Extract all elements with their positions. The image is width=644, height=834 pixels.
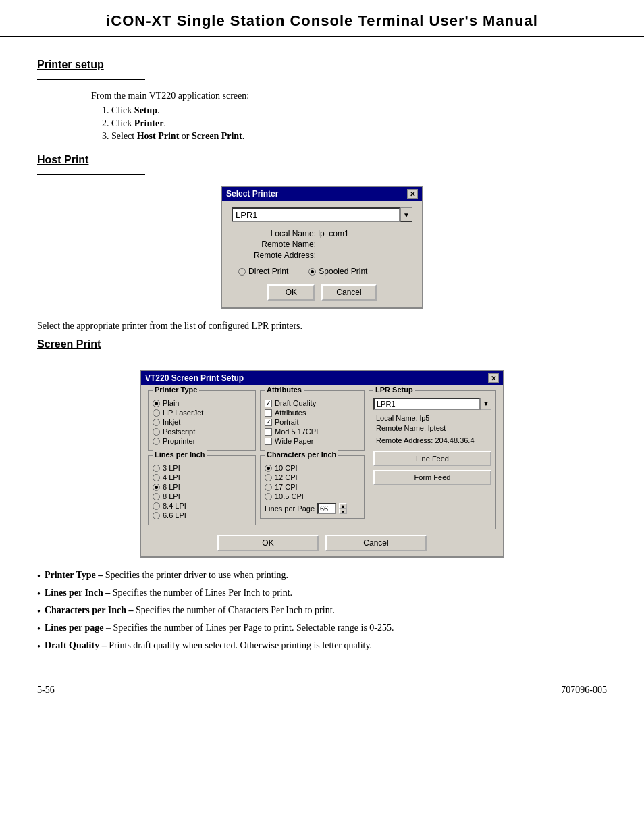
bullet-item-cpi: • Characters per Inch – Specifies the nu… xyxy=(37,605,607,617)
lpi-6[interactable]: 6 LPI xyxy=(153,483,251,491)
select-printer-buttons: OK Cancel xyxy=(232,284,412,301)
printer-dropdown-arrow[interactable]: ▼ xyxy=(400,207,412,222)
cpi-12[interactable]: 12 CPI xyxy=(265,473,360,481)
printer-type-proprinter[interactable]: Proprinter xyxy=(153,437,251,445)
bullet-bold-printer-type: Printer Type – xyxy=(45,570,103,580)
lpr-dropdown[interactable]: LPR1 xyxy=(373,398,481,410)
printer-type-hp[interactable]: HP LaserJet xyxy=(153,409,251,417)
cpi-group: Characters per Inch 10 CPI 12 CPI xyxy=(260,455,365,519)
lpr-dropdown-arrow[interactable]: ▼ xyxy=(481,398,491,410)
bullet-bold-cpi: Characters per Inch – xyxy=(45,605,134,615)
setup-step-1-bold: Setup xyxy=(134,105,157,115)
lpr-remote-address: Remote Address: 204.48.36.4 xyxy=(373,436,491,444)
printer-setup-heading: Printer setup xyxy=(37,59,607,71)
lpi-4[interactable]: 4 LPI xyxy=(153,473,251,481)
setup-step-3: Select Host Print or Screen Print. xyxy=(111,131,607,142)
screen-print-close-button[interactable]: ✕ xyxy=(488,373,499,383)
cpi-10-5[interactable]: 10.5 CPI xyxy=(265,492,360,500)
bullet-item-lpp: • Lines per page – Specifies the number … xyxy=(37,623,607,635)
spooled-print-label: Spooled Print xyxy=(319,267,367,276)
lpi-8[interactable]: 8 LPI xyxy=(153,492,251,500)
sp-mid-column: Attributes ✓ Draft Quality Attributes xyxy=(260,390,365,529)
bullet-text-printer-type: Printer Type – Specifies the printer dri… xyxy=(45,570,607,581)
host-print-divider xyxy=(37,174,145,175)
printer-setup-divider xyxy=(37,79,145,80)
select-printer-ok-button[interactable]: OK xyxy=(267,284,315,301)
printer-type-plain[interactable]: Plain xyxy=(153,399,251,407)
portrait-checkbox: ✓ xyxy=(265,419,272,426)
printer-dropdown-row: LPR1 ▼ xyxy=(232,207,412,222)
page-header: iCON-XT Single Station Console Terminal … xyxy=(0,0,644,38)
cpi-12-radio xyxy=(265,474,272,481)
page-footer: 5-56 707096-005 xyxy=(0,678,644,702)
attr-portrait[interactable]: ✓ Portrait xyxy=(265,418,360,426)
spooled-print-radio-circle xyxy=(308,268,316,276)
sp-right-column: LPR Setup LPR1 ▼ Local Name: lp5 Remote … xyxy=(369,390,496,529)
lpi-8-4[interactable]: 8.4 LPI xyxy=(153,502,251,510)
lpi-options: 3 LPI 4 LPI 6 LPI xyxy=(153,464,251,519)
bullet-dot-5: • xyxy=(37,642,41,652)
printer-type-postscript[interactable]: Postscript xyxy=(153,427,251,436)
bullet-text-cpi: Characters per Inch – Specifies the numb… xyxy=(45,605,607,616)
bullet-item-printer-type: • Printer Type – Specifies the printer d… xyxy=(37,570,607,582)
lines-per-page-input[interactable] xyxy=(317,503,336,514)
screen-print-ok-button[interactable]: OK xyxy=(217,535,319,551)
printer-dropdown[interactable]: LPR1 xyxy=(232,207,400,222)
lines-per-page-down[interactable]: ▼ xyxy=(339,509,347,514)
lpr-setup-title: LPR Setup xyxy=(373,386,415,394)
bullet-bold-draft: Draft Quality – xyxy=(45,640,107,650)
attributes-group: Attributes ✓ Draft Quality Attributes xyxy=(260,390,365,451)
postscript-radio xyxy=(153,428,160,436)
bullet-bold-lpi: Lines per Inch – xyxy=(45,588,110,598)
lpi-3[interactable]: 3 LPI xyxy=(153,464,251,472)
screen-print-buttons: OK Cancel xyxy=(148,535,496,551)
screen-print-titlebar: VT220 Screen Print Setup ✕ xyxy=(141,371,503,385)
attributes-checkbox xyxy=(265,409,272,417)
bullet-text-lpi: Lines per Inch – Specifies the number of… xyxy=(45,588,607,598)
direct-print-radio[interactable]: Direct Print xyxy=(238,267,288,276)
lpi-6-6[interactable]: 6.6 LPI xyxy=(153,511,251,519)
lpi-6-radio xyxy=(153,484,160,491)
bullet-dot-1: • xyxy=(37,571,41,582)
bullet-text-lpp: Lines per page – Specifies the number of… xyxy=(45,623,607,633)
lines-per-page-spinner: ▲ ▼ xyxy=(339,503,347,514)
printer-type-group: Printer Type Plain HP LaserJet xyxy=(148,390,256,451)
bullet-bold-lpp: Lines per page xyxy=(45,623,104,633)
printer-type-options: Plain HP LaserJet Inkjet xyxy=(153,399,251,445)
bullet-text-draft: Draft Quality – Prints draft quality whe… xyxy=(45,640,607,651)
spooled-print-radio[interactable]: Spooled Print xyxy=(308,267,367,276)
cpi-options: 10 CPI 12 CPI 17 CPI xyxy=(265,464,360,500)
lines-per-page-label: Lines per Page xyxy=(265,504,315,513)
attr-draft-quality[interactable]: ✓ Draft Quality xyxy=(265,399,360,407)
bullet-section: • Printer Type – Specifies the printer d… xyxy=(37,570,607,652)
form-feed-button[interactable]: Form Feed xyxy=(373,470,491,485)
select-printer-cancel-button[interactable]: Cancel xyxy=(321,284,376,301)
remote-name-label: Remote Name: xyxy=(245,240,316,249)
remote-address-row: Remote Address: xyxy=(245,251,412,260)
printer-setup-intro: From the main VT220 application screen: xyxy=(91,90,607,101)
setup-step-3-bold2: Screen Print xyxy=(192,131,242,141)
attr-attributes[interactable]: Attributes xyxy=(265,409,360,417)
select-printer-dialog-container: Select Printer ✕ LPR1 ▼ Local Name: lp_c… xyxy=(37,186,607,309)
cpi-group-title: Characters per Inch xyxy=(265,450,338,459)
attr-wide-paper[interactable]: Wide Paper xyxy=(265,437,360,445)
setup-step-1: Click Setup. xyxy=(111,105,607,116)
screen-print-cancel-button[interactable]: Cancel xyxy=(325,535,427,551)
inkjet-radio xyxy=(153,419,160,426)
bullet-dot-4: • xyxy=(37,624,41,635)
bullet-dot-2: • xyxy=(37,589,41,600)
cpi-17[interactable]: 17 CPI xyxy=(265,483,360,491)
attr-mod5-17cpi[interactable]: Mod 5 17CPI xyxy=(265,427,360,436)
lpi-84-radio xyxy=(153,502,160,510)
local-name-value: lp_com1 xyxy=(318,229,348,238)
footer-doc-number: 707096-005 xyxy=(561,685,607,696)
lpi-66-radio xyxy=(153,512,160,519)
printer-type-inkjet[interactable]: Inkjet xyxy=(153,418,251,426)
print-mode-radio-row: Direct Print Spooled Print xyxy=(232,267,412,276)
setup-step-2: Click Printer. xyxy=(111,118,607,129)
lines-per-page-up[interactable]: ▲ xyxy=(339,503,347,509)
select-printer-close-button[interactable]: ✕ xyxy=(407,189,418,199)
line-feed-button[interactable]: Line Feed xyxy=(373,451,491,466)
select-printer-body: LPR1 ▼ Local Name: lp_com1 Remote Name: xyxy=(222,201,422,307)
cpi-10[interactable]: 10 CPI xyxy=(265,464,360,472)
